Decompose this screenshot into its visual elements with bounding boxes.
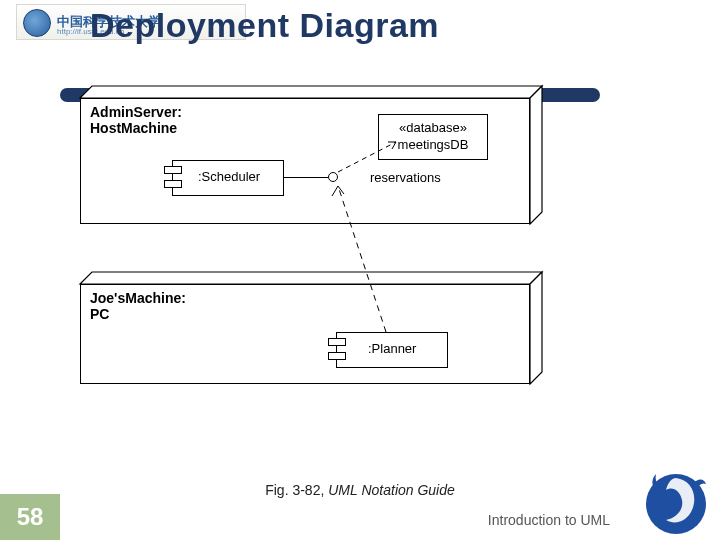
slide-number-box: 58 bbox=[0, 494, 60, 540]
slide-number: 58 bbox=[17, 503, 44, 531]
figure-caption: Fig. 3-82, UML Notation Guide bbox=[0, 482, 720, 498]
caption-source: UML Notation Guide bbox=[328, 482, 455, 498]
caption-fig: Fig. 3-82, bbox=[265, 482, 328, 498]
university-emblem-icon bbox=[23, 9, 51, 37]
footer-text: Introduction to UML bbox=[488, 512, 610, 528]
deployment-diagram: AdminServer: HostMachine :Scheduler «dat… bbox=[80, 74, 620, 454]
slide-title: Deployment Diagram bbox=[90, 6, 439, 45]
dragon-logo-icon bbox=[632, 460, 712, 538]
slide: 中国科学技术大学 http://if.ustc.edu.cn Deploymen… bbox=[0, 0, 720, 540]
planner-to-iface-dependency bbox=[80, 74, 620, 454]
svg-line-5 bbox=[338, 186, 386, 332]
